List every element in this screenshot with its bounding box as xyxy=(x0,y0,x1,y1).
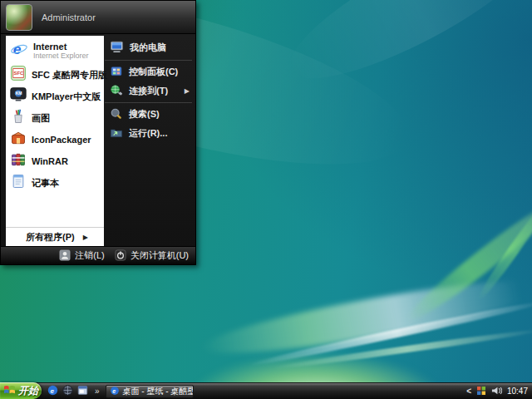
quicklaunch-globe-icon[interactable] xyxy=(62,384,73,399)
svg-text:e: e xyxy=(13,41,22,57)
start-menu-header: Administrator xyxy=(1,1,195,34)
tray-app-icon[interactable] xyxy=(476,384,486,399)
quicklaunch-internet-explorer-icon[interactable]: e xyxy=(47,384,58,399)
start-button[interactable]: 开始 xyxy=(0,382,42,399)
taskbar: 开始 e » e xyxy=(0,382,532,399)
menu-item-sfc[interactable]: SFC SFC 桌酷网专用版 xyxy=(6,64,104,86)
start-menu-right-column: 我的电脑 控制面板(C) xyxy=(104,34,193,246)
menu-item-label: IconPackager xyxy=(32,135,91,145)
taskbar-window-title: 桌面 - 壁纸 - 桌酷壁... xyxy=(123,386,194,397)
log-off-button[interactable]: 注销(L) xyxy=(59,249,104,263)
turn-off-computer-button[interactable]: 关闭计算机(U) xyxy=(115,249,189,263)
run-icon xyxy=(110,126,123,141)
quick-launch: e » xyxy=(47,384,100,399)
menu-item-label: 控制面板(C) xyxy=(129,66,178,78)
menu-item-sublabel: Internet Explorer xyxy=(33,52,89,60)
log-off-label: 注销(L) xyxy=(75,249,104,262)
log-off-icon xyxy=(59,249,71,263)
sfc-app-icon: SFC xyxy=(10,65,27,85)
kmplayer-icon: KM xyxy=(10,86,27,106)
internet-explorer-icon: e xyxy=(10,40,28,62)
all-programs-arrow-icon: ▶ xyxy=(83,234,88,241)
menu-item-label: 搜索(S) xyxy=(129,108,160,121)
winrar-icon xyxy=(10,151,27,171)
menu-item-search[interactable]: 搜索(S) xyxy=(104,105,193,124)
start-menu-footer: 注销(L) 关闭计算机(U) xyxy=(1,246,195,264)
svg-text:e: e xyxy=(112,387,116,394)
notepad-icon xyxy=(10,173,27,193)
system-tray: < 10:47 xyxy=(466,384,532,399)
start-menu: Administrator e Internet Internet Explor… xyxy=(0,0,196,265)
menu-separator xyxy=(105,102,192,103)
start-button-label: 开始 xyxy=(18,384,38,398)
paint-icon xyxy=(10,108,27,128)
control-panel-icon xyxy=(110,65,123,80)
menu-item-label: Internet xyxy=(33,42,89,52)
menu-item-my-computer[interactable]: 我的电脑 xyxy=(104,37,193,58)
svg-text:KM: KM xyxy=(16,91,22,96)
menu-item-run[interactable]: 运行(R)... xyxy=(104,124,193,143)
menu-item-label: 画图 xyxy=(32,113,50,123)
svg-text:e: e xyxy=(50,387,54,394)
my-computer-icon xyxy=(110,40,124,56)
tray-volume-icon[interactable] xyxy=(491,384,502,399)
turn-off-computer-label: 关闭计算机(U) xyxy=(131,249,189,262)
menu-item-label: KMPlayer中文版 xyxy=(32,91,101,101)
connect-to-icon xyxy=(110,84,123,99)
tray-clock[interactable]: 10:47 xyxy=(507,387,528,396)
taskbar-window-button[interactable]: e 桌面 - 壁纸 - 桌酷壁... xyxy=(106,385,194,398)
tray-collapse-chevron[interactable]: < xyxy=(466,387,471,396)
menu-item-winrar[interactable]: WinRAR xyxy=(6,150,104,172)
menu-item-label: 运行(R)... xyxy=(129,127,167,140)
submenu-arrow-icon: ▶ xyxy=(185,87,190,95)
menu-item-label: WinRAR xyxy=(32,156,68,166)
start-menu-left-column: e Internet Internet Explorer SFC xyxy=(6,36,104,246)
user-avatar xyxy=(6,4,32,31)
menu-item-connect-to[interactable]: 连接到(T) ▶ xyxy=(104,81,193,101)
user-name: Administrator xyxy=(42,12,96,22)
menu-item-kmplayer[interactable]: KM KMPlayer中文版 xyxy=(6,86,104,107)
iconpackager-icon xyxy=(10,130,27,150)
menu-item-control-panel[interactable]: 控制面板(C) xyxy=(104,62,193,81)
taskbar-window-icon: e xyxy=(110,386,120,397)
menu-item-label: 我的电脑 xyxy=(130,42,166,54)
all-programs-label: 所有程序(P) xyxy=(26,231,75,244)
menu-item-label: 连接到(T) xyxy=(129,85,168,97)
menu-item-internet[interactable]: e Internet Internet Explorer xyxy=(6,37,104,64)
menu-separator xyxy=(105,60,192,61)
menu-item-notepad[interactable]: 记事本 xyxy=(6,172,104,194)
quicklaunch-overflow-chevron[interactable]: » xyxy=(95,387,100,396)
search-icon xyxy=(110,107,123,122)
all-programs-button[interactable]: 所有程序(P) ▶ xyxy=(6,227,104,246)
quicklaunch-window-icon[interactable] xyxy=(77,384,88,399)
menu-item-paint[interactable]: 画图 xyxy=(6,107,104,129)
menu-item-iconpackager[interactable]: IconPackager xyxy=(6,129,104,150)
svg-text:SFC: SFC xyxy=(14,71,24,76)
menu-item-label: SFC 桌酷网专用版 xyxy=(32,70,107,80)
menu-item-label: 记事本 xyxy=(32,178,59,188)
windows-flag-icon xyxy=(3,384,16,397)
power-icon xyxy=(115,249,126,263)
